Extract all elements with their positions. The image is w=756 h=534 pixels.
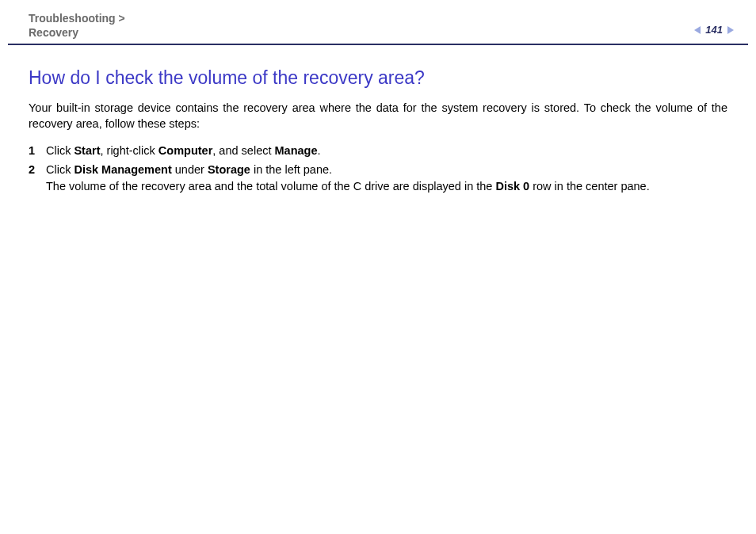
breadcrumb-line-2: Recovery bbox=[29, 25, 727, 40]
ui-label-manage: Manage bbox=[275, 144, 318, 157]
step-text: , and select bbox=[212, 144, 274, 157]
prev-page-icon[interactable] bbox=[694, 26, 701, 34]
step-item: Click Start, right-click Computer, and s… bbox=[29, 143, 727, 159]
step-text: row in the center pane. bbox=[529, 180, 650, 193]
page-header: Troubleshooting > Recovery 141 bbox=[0, 0, 756, 44]
ui-label-start: Start bbox=[74, 144, 100, 157]
step-text: Click bbox=[46, 144, 74, 157]
page-navigation: 141 bbox=[694, 24, 734, 36]
breadcrumb-subsection[interactable]: Recovery bbox=[29, 26, 78, 39]
page-number: 141 bbox=[705, 24, 723, 36]
document-page: Troubleshooting > Recovery 141 How do I … bbox=[0, 0, 756, 534]
step-text: under bbox=[172, 163, 208, 176]
step-text: in the left pane. bbox=[250, 163, 332, 176]
step-text: Click bbox=[46, 163, 74, 176]
step-text: The volume of the recovery area and the … bbox=[46, 180, 495, 193]
breadcrumb-section[interactable]: Troubleshooting bbox=[29, 12, 116, 25]
ui-label-computer: Computer bbox=[158, 144, 212, 157]
breadcrumb-separator: > bbox=[116, 12, 125, 25]
intro-paragraph: Your built-in storage device contains th… bbox=[29, 100, 727, 132]
step-item: Click Disk Management under Storage in t… bbox=[29, 162, 727, 195]
steps-list: Click Start, right-click Computer, and s… bbox=[29, 143, 727, 195]
breadcrumb-line-1: Troubleshooting > bbox=[29, 11, 727, 25]
ui-label-disk-management: Disk Management bbox=[74, 163, 171, 176]
step-text: . bbox=[318, 144, 321, 157]
next-page-icon[interactable] bbox=[727, 26, 734, 34]
page-content: How do I check the volume of the recover… bbox=[0, 45, 756, 195]
step-text: , right-click bbox=[101, 144, 158, 157]
page-title: How do I check the volume of the recover… bbox=[29, 67, 727, 89]
ui-label-storage: Storage bbox=[208, 163, 250, 176]
ui-label-disk0: Disk 0 bbox=[495, 180, 529, 193]
breadcrumb: Troubleshooting > Recovery bbox=[29, 11, 727, 40]
